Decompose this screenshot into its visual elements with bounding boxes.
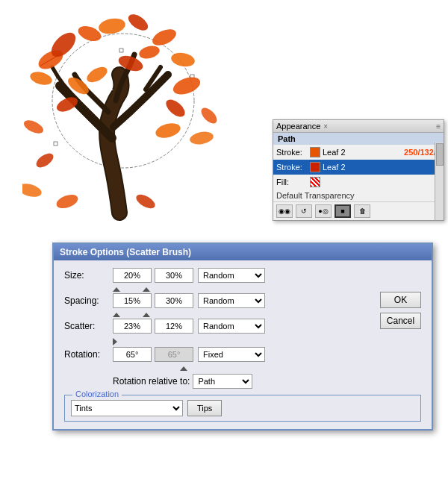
svg-point-15 — [154, 121, 182, 140]
svg-point-23 — [84, 64, 110, 86]
svg-rect-3 — [119, 48, 123, 52]
svg-point-6 — [28, 69, 53, 87]
appearance-panel: Appearance × ≡ Path Stroke: Leaf 2 250/1… — [273, 119, 444, 221]
panel-scroll-thumb[interactable] — [436, 143, 444, 166]
svg-point-25 — [137, 44, 161, 61]
scatter-max-input[interactable] — [155, 319, 193, 334]
svg-point-21 — [189, 130, 214, 146]
panel-scrollbar[interactable] — [435, 143, 444, 220]
rotation-relative-dropdown[interactable]: Path Page — [193, 374, 252, 389]
rotation-max-input — [155, 347, 193, 362]
rotation-slider-row — [180, 366, 421, 371]
dialog-title: Stroke Options (Scatter Brush) — [60, 247, 191, 257]
rotation-slider-up-icon — [180, 366, 187, 371]
stroke1-brush-name: Leaf 2 — [323, 148, 404, 157]
dialog-titlebar: Stroke Options (Scatter Brush) — [54, 244, 432, 260]
spacing-label: Spacing: — [64, 295, 113, 306]
colorization-method-dropdown[interactable]: Tints None Tints and Shades Hue Shift — [71, 400, 183, 416]
svg-point-22 — [199, 105, 220, 126]
ok-button[interactable]: OK — [380, 292, 421, 308]
fill-swatch[interactable] — [310, 177, 320, 187]
cancel-button[interactable]: Cancel — [380, 313, 421, 329]
svg-point-12 — [170, 51, 196, 68]
appearance-panel-close-icon[interactable]: × — [323, 122, 328, 131]
panel-icon-fx[interactable]: ●◎ — [315, 204, 332, 218]
canvas-area: Appearance × ≡ Path Stroke: Leaf 2 250/1… — [0, 0, 448, 239]
panel-bottom-icons: ◉◉ ↺ ●◎ ■ 🗑 — [273, 201, 444, 220]
svg-point-19 — [55, 192, 80, 210]
spacing-slider-up2-icon — [143, 313, 150, 317]
size-type-dropdown[interactable]: Random Fixed — [198, 268, 265, 283]
stroke1-label: Stroke: — [276, 148, 310, 157]
svg-point-10 — [125, 11, 151, 34]
size-slider-up2-icon — [143, 287, 150, 292]
size-max-input[interactable] — [155, 268, 193, 283]
panel-menu-icon[interactable]: ≡ — [436, 122, 441, 131]
svg-point-20 — [134, 192, 157, 211]
fill-label: Fill: — [276, 178, 310, 187]
scatter-slider-row — [113, 338, 421, 345]
spacing-min-input[interactable] — [113, 293, 152, 308]
svg-point-16 — [22, 118, 46, 137]
size-row: Size: Random Fixed — [64, 268, 421, 283]
spacing-slider-row — [113, 313, 421, 317]
rotation-min-input[interactable] — [113, 347, 152, 362]
size-min-input[interactable] — [113, 268, 152, 283]
stroke2-color-swatch[interactable] — [310, 162, 320, 172]
svg-point-18 — [22, 181, 43, 199]
tips-button[interactable]: Tips — [187, 400, 222, 416]
rotation-relative-label: Rotation relative to: — [113, 376, 190, 387]
spacing-max-input[interactable] — [155, 293, 193, 308]
rotation-relative-row: Rotation relative to: Path Page — [64, 374, 421, 389]
scatter-min-input[interactable] — [113, 319, 152, 334]
colorization-row: Tints None Tints and Shades Hue Shift Ti… — [71, 400, 414, 416]
size-label: Size: — [64, 270, 113, 281]
appearance-section-header: Path — [273, 133, 444, 145]
stroke2-label: Stroke: — [276, 163, 310, 172]
panel-icon-new[interactable]: ■ — [335, 204, 351, 218]
panel-icon-delete[interactable]: 🗑 — [354, 204, 370, 218]
scatter-slider-right-icon — [113, 338, 117, 345]
dialog-content: OK Cancel Size: Random Fixed Spacing: — [54, 260, 432, 429]
stroke1-row[interactable]: Stroke: Leaf 2 250/132/5 — [273, 145, 444, 160]
panel-icon-visibility[interactable]: ◉◉ — [276, 204, 293, 218]
size-slider-row — [113, 287, 421, 292]
svg-point-9 — [98, 16, 127, 36]
stroke1-color-swatch[interactable] — [310, 147, 320, 157]
default-transparency-label: Default Transparency — [273, 190, 444, 201]
rotation-label: Rotation: — [64, 349, 113, 360]
stroke2-brush-name: Leaf 2 — [323, 163, 441, 172]
fill-row[interactable]: Fill: — [273, 175, 444, 190]
svg-point-14 — [163, 96, 187, 120]
panel-icon-refresh[interactable]: ↺ — [296, 204, 312, 218]
scatter-type-dropdown[interactable]: Random Fixed — [198, 319, 265, 334]
tree-illustration — [22, 4, 231, 235]
stroke2-row[interactable]: Stroke: Leaf 2 — [273, 160, 444, 175]
rotation-row: Rotation: Fixed Random — [64, 347, 421, 362]
svg-rect-1 — [54, 142, 57, 146]
appearance-panel-title: Appearance — [276, 122, 320, 131]
svg-point-11 — [150, 26, 178, 49]
svg-point-17 — [34, 151, 55, 170]
rotation-type-dropdown[interactable]: Fixed Random — [198, 347, 265, 362]
colorization-group: Colorization Tints None Tints and Shades… — [64, 395, 421, 422]
colorization-label: Colorization — [72, 389, 122, 398]
appearance-panel-titlebar: Appearance × ≡ — [273, 120, 444, 133]
size-slider-up-icon — [113, 287, 120, 292]
spacing-row: Spacing: Random Fixed — [64, 293, 421, 308]
svg-point-13 — [171, 74, 203, 98]
stroke-options-dialog: Stroke Options (Scatter Brush) OK Cancel… — [52, 242, 433, 431]
spacing-slider-up-icon — [113, 313, 120, 317]
scatter-label: Scatter: — [64, 321, 113, 331]
scatter-row: Scatter: Random Fixed — [64, 319, 421, 334]
spacing-type-dropdown[interactable]: Random Fixed — [198, 293, 265, 308]
